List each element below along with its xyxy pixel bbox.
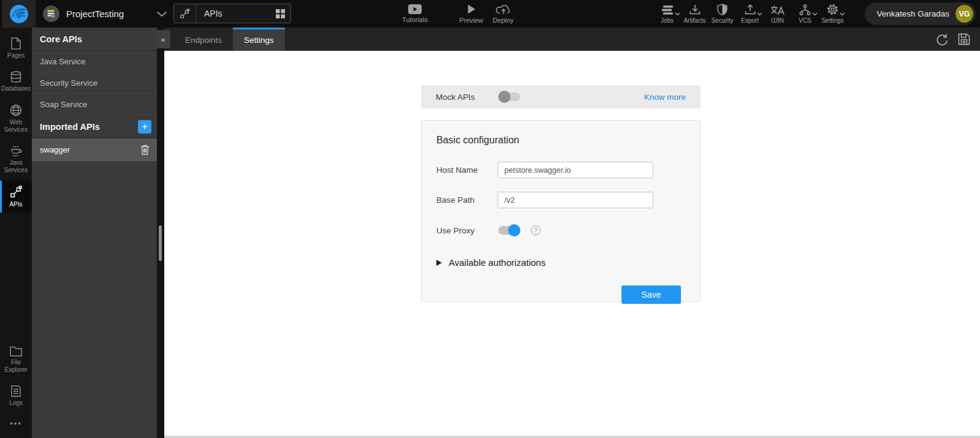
project-switcher[interactable]: ProjectTesting <box>43 0 167 28</box>
tab-bar: Endpoints Settings <box>164 28 980 51</box>
log-file-icon <box>11 385 21 397</box>
grid-menu-icon[interactable] <box>276 9 285 18</box>
sidebar-item-databases[interactable]: Databases <box>0 66 32 97</box>
sidebar-item-apis[interactable]: APIs <box>0 181 32 213</box>
panel-item-label: Soap Service <box>40 100 87 109</box>
api-node-icon <box>174 4 196 23</box>
security-button[interactable]: Security <box>708 4 736 24</box>
add-imported-api-button[interactable]: + <box>138 120 151 134</box>
workspace-tab-apis[interactable]: APIs <box>173 4 291 23</box>
export-upload-icon <box>745 4 756 15</box>
globe-icon <box>10 104 22 116</box>
know-more-link[interactable]: Know more <box>644 93 686 102</box>
refresh-icon[interactable] <box>936 33 949 46</box>
tutorials-label: Tutorials <box>402 16 428 23</box>
sidebar-item-file-explorer[interactable]: File Explorer <box>0 341 32 378</box>
main-area: Endpoints Settings Mock APIs Know more <box>164 28 980 438</box>
vcs-chevron-down-icon <box>812 12 818 16</box>
api-node-icon <box>10 186 23 198</box>
project-chevron-down-icon[interactable] <box>156 11 167 17</box>
imported-apis-header: Imported APIs + <box>32 115 157 138</box>
topbar-center-actions: Tutorials Preview Deploy <box>395 0 519 28</box>
basic-configuration-card: Basic configuration Host Name Base Path … <box>421 120 701 302</box>
sidebar-spacer <box>0 213 32 339</box>
expander-label: Available authorizations <box>449 257 545 268</box>
panel-scrollbar-thumb[interactable] <box>159 225 162 261</box>
settings-form: Mock APIs Know more Basic configuration … <box>421 85 701 302</box>
artifacts-download-icon <box>689 4 701 15</box>
tutorials-button[interactable]: Tutorials <box>395 4 435 23</box>
preview-button[interactable]: Preview <box>455 4 487 24</box>
folder-icon <box>10 346 22 357</box>
expander-arrow-icon <box>436 260 442 266</box>
pages-icon <box>10 37 21 50</box>
artifacts-button[interactable]: Artifacts <box>681 4 708 24</box>
tab-settings[interactable]: Settings <box>233 28 285 51</box>
vcs-button[interactable]: VCS <box>791 4 819 24</box>
sidebar-item-label: Logs <box>9 399 23 407</box>
delete-trash-icon[interactable] <box>140 145 150 155</box>
sidebar-item-logs[interactable]: Logs <box>0 380 32 411</box>
apis-panel: Core APIs Java Service Security Service … <box>32 28 157 438</box>
panel-item-security-service[interactable]: Security Service <box>32 72 157 94</box>
panel-item-label: Java Service <box>40 57 85 66</box>
project-icon <box>43 6 59 22</box>
vcs-label: VCS <box>799 17 811 24</box>
mock-apis-toggle[interactable] <box>498 91 521 103</box>
top-bar: ProjectTesting APIs Tutorials Preview <box>0 0 980 28</box>
sidebar-more-ellipsis[interactable]: ••• <box>0 411 32 438</box>
card-title: Basic configuration <box>436 135 685 146</box>
use-proxy-label: Use Proxy <box>436 226 498 235</box>
settings-button[interactable]: Settings <box>819 4 846 24</box>
database-icon <box>10 71 21 83</box>
panel-item-java-service[interactable]: Java Service <box>32 51 157 72</box>
base-path-input[interactable] <box>498 192 653 208</box>
user-avatar: VG <box>955 5 973 23</box>
jobs-chevron-down-icon <box>675 12 680 16</box>
toggle-knob <box>508 224 520 236</box>
sidebar-item-label: Databases <box>1 85 31 93</box>
tab-label: Endpoints <box>185 36 222 45</box>
jobs-button[interactable]: Jobs <box>653 4 681 24</box>
i18n-button[interactable]: I18N <box>764 4 791 24</box>
deploy-button[interactable]: Deploy <box>487 4 519 24</box>
panel-item-swagger[interactable]: swagger <box>32 138 157 161</box>
security-label: Security <box>711 17 733 24</box>
host-name-row: Host Name <box>436 162 685 178</box>
wavemaker-logo-icon <box>9 4 29 24</box>
tutorials-icon <box>408 4 422 14</box>
host-name-label: Host Name <box>436 165 498 175</box>
proxy-help-icon[interactable]: ? <box>531 225 541 235</box>
sidebar-item-pages[interactable]: Pages <box>0 32 32 64</box>
deploy-cloud-icon <box>496 4 511 15</box>
user-menu[interactable]: Venkatesh Garadas VG <box>865 2 976 25</box>
tabbar-actions <box>936 28 970 51</box>
mock-apis-label: Mock APIs <box>436 93 475 102</box>
vcs-branch-icon <box>799 4 811 15</box>
i18n-translate-icon <box>770 4 784 15</box>
user-name: Venkatesh Garadas <box>876 9 949 18</box>
save-button[interactable]: Save <box>621 285 681 304</box>
artifacts-label: Artifacts <box>683 17 705 24</box>
sidebar-item-web-services[interactable]: Web Services <box>0 99 32 138</box>
panel-item-soap-service[interactable]: Soap Service <box>32 94 157 115</box>
coffee-cup-icon <box>10 145 23 157</box>
host-name-input[interactable] <box>498 162 653 178</box>
panel-collapse-button[interactable]: « <box>156 30 170 48</box>
use-proxy-toggle[interactable] <box>498 224 520 236</box>
export-button[interactable]: Export <box>736 4 764 24</box>
save-file-icon[interactable] <box>958 33 970 45</box>
available-authorizations-expander[interactable]: Available authorizations <box>436 257 685 268</box>
left-sidebar: Pages Databases Web Services Java Servic… <box>0 28 32 438</box>
sidebar-item-label: File Explorer <box>2 359 30 374</box>
sidebar-item-java-services[interactable]: Java Services <box>0 140 32 178</box>
tab-endpoints[interactable]: Endpoints <box>174 28 233 51</box>
core-apis-header: Core APIs <box>32 28 157 51</box>
wavemaker-logo[interactable] <box>2 0 36 28</box>
export-chevron-down-icon <box>757 12 762 16</box>
settings-gear-icon <box>827 4 838 15</box>
core-apis-title: Core APIs <box>40 34 82 44</box>
base-path-row: Base Path <box>436 192 685 208</box>
horizontal-scrollbar[interactable] <box>164 436 980 438</box>
preview-label: Preview <box>459 17 483 24</box>
